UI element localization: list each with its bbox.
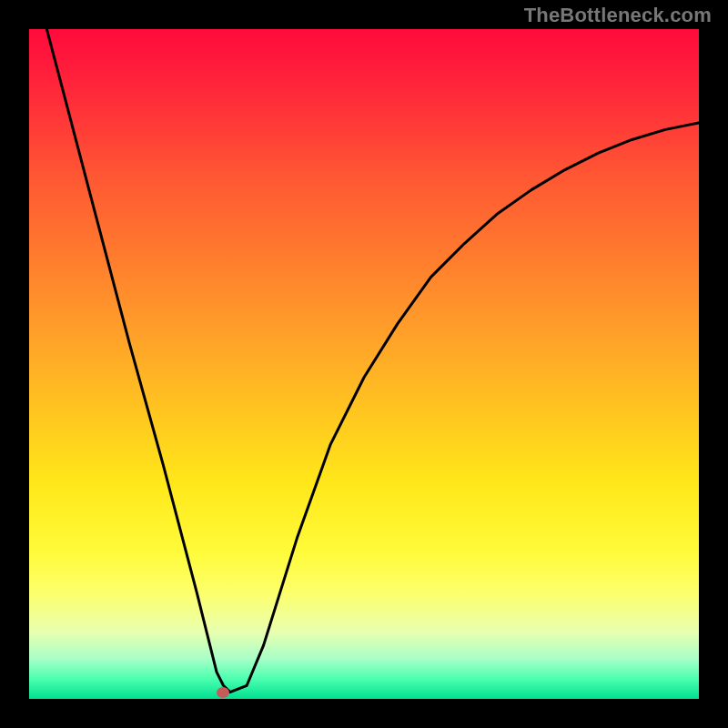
plot-area <box>29 29 699 699</box>
bottleneck-curve <box>29 29 699 699</box>
optimal-point-marker <box>217 687 229 698</box>
chart-frame: TheBottleneck.com <box>0 0 728 728</box>
watermark-label: TheBottleneck.com <box>524 4 712 27</box>
